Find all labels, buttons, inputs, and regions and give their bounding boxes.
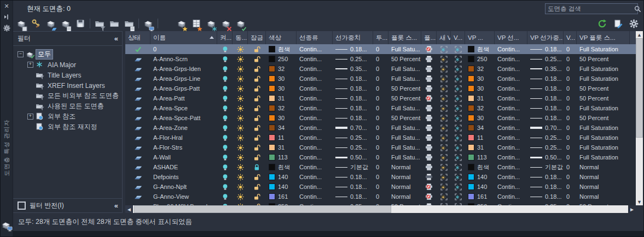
cell-plot[interactable] — [421, 54, 437, 64]
color-swatch[interactable] — [269, 66, 275, 72]
cell-on[interactable] — [217, 152, 233, 162]
cell-plotstyle[interactable]: Full Satu... — [388, 64, 421, 74]
cell-vplineweight[interactable]: 0.70... — [527, 123, 564, 133]
collapse-footer-button[interactable]: « — [114, 202, 118, 210]
cell-vptransparency[interactable]: 0 — [564, 64, 577, 74]
cell-on[interactable] — [217, 103, 233, 113]
cell-plotstyle[interactable]: 50 Percent — [388, 202, 421, 205]
collapse-filters-button[interactable]: « — [114, 34, 118, 43]
cell-lineweight[interactable]: 0.70... — [333, 123, 373, 133]
cell-vptransparency[interactable]: 0 — [564, 44, 577, 54]
cell-vpcolor[interactable]: 30 — [465, 74, 495, 84]
cell-freeze[interactable] — [233, 143, 248, 152]
cell-lock[interactable] — [248, 54, 266, 64]
layer-row[interactable]: A-Flor-Strs31Contin...0.25...0Full Satu.… — [125, 143, 636, 152]
cell-vpfreeze[interactable] — [451, 162, 465, 172]
cell-lock[interactable] — [248, 192, 266, 202]
cell-linetype[interactable]: Contin... — [297, 54, 333, 64]
cell-vplinetype[interactable]: Contin... — [495, 152, 527, 162]
layer-row[interactable]: A-Area-Grps-Iden32Contin...0.35...0Full … — [125, 64, 636, 74]
cell-vpfreeze[interactable] — [451, 192, 465, 202]
cell-plotstyle[interactable]: Full Satu... — [388, 103, 421, 113]
cell-vpcolor[interactable]: 30 — [465, 113, 495, 123]
cell-linetype[interactable]: Contin... — [297, 182, 333, 192]
layer-row[interactable]: A-Area-Patt31Contin...0.18...050 Percent… — [125, 93, 636, 103]
cell-freeze[interactable] — [233, 113, 248, 123]
cell-linetype[interactable]: Contin... — [297, 93, 333, 103]
cell-status[interactable] — [125, 143, 150, 152]
cell-vplineweight[interactable]: 0.18... — [527, 84, 564, 93]
cell-newvp[interactable] — [437, 143, 451, 152]
color-swatch[interactable] — [269, 56, 275, 62]
layer-row[interactable]: G-Anno-View161Contin...0.18...0Normal161… — [125, 192, 636, 202]
filter-tree-item[interactable]: 사용된 모든 도면층 — [13, 101, 122, 111]
cell-on[interactable] — [217, 93, 233, 103]
color-swatch[interactable] — [269, 134, 275, 141]
cell-lock[interactable] — [248, 182, 266, 192]
cell-vpplotstyle[interactable]: Normal — [577, 162, 630, 172]
column-header-vplineweight[interactable]: VP 선가중... — [527, 31, 564, 44]
cell-vpfreeze[interactable] — [451, 84, 465, 93]
set-current-button[interactable] — [235, 18, 246, 29]
cell-vpplotstyle[interactable]: 50 Percent — [577, 54, 630, 64]
cell-linetype[interactable]: Contin... — [297, 152, 333, 162]
cell-status[interactable] — [125, 133, 150, 143]
cell-plotstyle[interactable]: Normal — [388, 192, 421, 202]
cell-lock[interactable] — [248, 64, 266, 74]
cell-newvp[interactable] — [437, 93, 451, 103]
layer-row[interactable]: A-Area-Zone34Contin...0.70...0Full Satu.… — [125, 123, 636, 133]
cell-vplinetype[interactable]: Contin... — [495, 54, 527, 64]
cell-vpcolor[interactable]: 32 — [465, 103, 495, 113]
cell-vptransparency[interactable]: 0 — [564, 103, 577, 113]
cell-vpcolor[interactable]: 11 — [465, 133, 495, 143]
layer-isolate-button[interactable] — [45, 18, 56, 29]
cell-on[interactable] — [217, 133, 233, 143]
cell-linetype[interactable]: Contin... — [297, 74, 333, 84]
close-button[interactable]: ✕ — [1, 1, 13, 11]
cell-vplinetype[interactable]: Contin... — [495, 172, 527, 182]
cell-vpcolor[interactable]: 30 — [465, 84, 495, 93]
cell-plotstyle[interactable]: 50 Percent — [388, 113, 421, 123]
filter-tree-item[interactable]: +외부 참조 — [13, 111, 122, 122]
vertical-scrollbar-thumb[interactable] — [636, 38, 643, 138]
column-header-vpfreeze[interactable]: V... — [451, 31, 465, 44]
cell-newvp[interactable] — [437, 133, 451, 143]
cell-plot[interactable] — [421, 93, 437, 103]
cell-lock[interactable] — [248, 162, 266, 172]
cell-plot[interactable] — [421, 84, 437, 93]
cell-status[interactable] — [125, 123, 150, 133]
tree-expander[interactable]: − — [18, 51, 24, 57]
cell-vpplotstyle[interactable]: Full Saturation — [577, 103, 630, 113]
color-swatch[interactable] — [468, 56, 474, 62]
cell-newvp[interactable] — [437, 152, 451, 162]
cell-plot[interactable] — [421, 182, 437, 192]
cell-vpcolor[interactable]: 140 — [465, 172, 495, 182]
cell-vpplotstyle[interactable]: Full Saturation — [577, 64, 630, 74]
cell-plot[interactable] — [421, 64, 437, 74]
color-swatch[interactable] — [468, 85, 474, 92]
filter-tree-item[interactable]: −모두 — [13, 49, 122, 60]
layer-row[interactable]: A-Area-Grps-Line30Contin...0.18...0Full … — [125, 74, 636, 84]
color-swatch[interactable] — [468, 46, 474, 52]
cell-vptransparency[interactable]: 0 — [564, 172, 577, 182]
cell-vplineweight[interactable]: 0.25... — [527, 133, 564, 143]
column-header-linetype[interactable]: 선종류 — [297, 31, 333, 44]
cell-vpcolor[interactable]: 161 — [465, 192, 495, 202]
cell-plotstyle[interactable]: Normal — [388, 182, 421, 192]
cell-freeze[interactable] — [233, 172, 248, 182]
layer-states-manager-button[interactable] — [124, 18, 135, 29]
cell-color[interactable]: 140 — [266, 182, 297, 192]
cell-lock[interactable] — [248, 93, 266, 103]
color-swatch[interactable] — [269, 183, 275, 190]
new-layer-vp-freeze-button[interactable] — [191, 18, 202, 29]
cell-transparency[interactable]: 0 — [373, 113, 388, 123]
new-layer-frozen-button[interactable] — [206, 18, 217, 29]
cell-vpfreeze[interactable] — [451, 74, 465, 84]
cell-lineweight[interactable]: 0.18... — [333, 44, 373, 54]
cell-on[interactable] — [217, 162, 233, 172]
cell-on[interactable] — [217, 74, 233, 84]
color-swatch[interactable] — [269, 193, 275, 200]
cell-vpplotstyle[interactable]: Full Saturation — [577, 133, 630, 143]
refresh-button[interactable] — [596, 18, 607, 29]
palette-gear-button[interactable] — [1, 22, 13, 33]
